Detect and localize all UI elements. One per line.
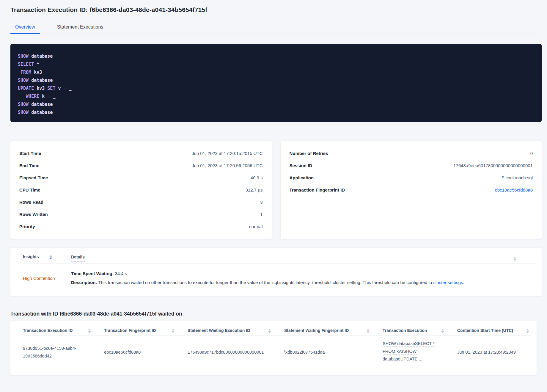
rows-read-label: Rows Read xyxy=(19,200,43,205)
sql-token: SHOW xyxy=(18,102,29,107)
transaction-execution-link[interactable]: FROM kv3SHOW xyxy=(383,348,416,355)
tab-statement-executions[interactable]: Statement Executions xyxy=(52,23,108,34)
application-row: Application $ cockroach sql xyxy=(290,172,533,184)
elapsed-time-value: 40.9 s xyxy=(251,175,263,180)
sql-line: WHERE k = _ xyxy=(18,92,535,101)
column-header-transaction-execution-id[interactable]: Transaction Execution ID xyxy=(23,328,104,335)
sql-line: SHOW database xyxy=(18,109,535,117)
start-time-row: Start Time Jun 01, 2023 at 17:20:15:2015… xyxy=(19,147,263,159)
column-header-transaction-fingerprint-id[interactable]: Transaction Fingerprint ID xyxy=(104,328,188,335)
column-header-statement-waiting-fingerprint-id[interactable]: Statement Waiting Fingerprint ID xyxy=(284,328,383,335)
cluster-settings-link[interactable]: cluster settings xyxy=(433,280,463,285)
priority-row: Priority normal xyxy=(19,220,263,233)
sql-line: SHOW database xyxy=(18,76,535,84)
sql-token: database xyxy=(29,110,53,115)
column-header-transaction-execution[interactable]: Transaction Execution xyxy=(383,328,457,335)
sort-desc-icon xyxy=(441,331,444,333)
column-label[interactable]: Statement Waiting Fingerprint ID xyxy=(284,328,349,335)
transaction-execution-link[interactable]: databaseUPDATE ... xyxy=(383,356,422,362)
column-label[interactable]: Statement Waiting Execution ID xyxy=(188,328,250,335)
column-label[interactable]: Transaction Execution ID xyxy=(23,328,73,335)
sql-token: SHOW xyxy=(18,54,29,59)
session-id-label: Session ID xyxy=(290,163,312,168)
details-column-label[interactable]: Details xyxy=(71,255,85,262)
sort-desc-icon xyxy=(172,331,174,333)
sql-token: FROM xyxy=(21,70,31,75)
description-text: This transaction waited on other transac… xyxy=(97,280,433,285)
sort-asc-icon xyxy=(514,257,516,258)
tab-statement-executions-label: Statement Executions xyxy=(57,24,103,29)
sql-statements-box: SHOW database SELECT * FROM kv3 SHOW dat… xyxy=(10,44,542,122)
cell-statement-waiting-fingerprint-id: \xdb8922f077541dda xyxy=(284,348,383,356)
column-header-statement-waiting-execution-id[interactable]: Statement Waiting Execution ID xyxy=(188,328,284,335)
sort-asc-icon xyxy=(367,329,369,330)
sort-arrows-icon[interactable] xyxy=(367,329,369,335)
waited-on-heading: Transaction with ID f6be6366-da03-48de-a… xyxy=(10,311,542,317)
end-time-label: End Time xyxy=(19,163,39,168)
sort-arrows-icon[interactable] xyxy=(50,255,52,261)
table-row: 9738d051-bc0e-4158-a9b4-1903586ddd42 ebc… xyxy=(23,335,532,369)
sql-token: WHERE xyxy=(26,94,39,99)
sql-token: * xyxy=(34,62,39,67)
sort-arrows-icon[interactable] xyxy=(441,329,444,335)
sort-arrows-icon[interactable] xyxy=(172,329,174,335)
sql-line: SHOW database xyxy=(18,101,535,109)
sort-asc-icon xyxy=(526,329,529,330)
sql-line: SHOW database xyxy=(18,52,535,60)
waited-on-table: Transaction Execution ID Transaction Fin… xyxy=(10,321,537,375)
sort-asc-icon xyxy=(268,329,271,330)
transaction-fingerprint-label: Transaction Fingerprint ID xyxy=(290,187,345,192)
sort-desc-icon xyxy=(514,259,516,261)
sql-token: SHOW xyxy=(18,110,29,115)
sql-token: UPDATE xyxy=(18,86,34,91)
end-time-row: End Time Jun 01, 2023 at 17:20:56:2056 U… xyxy=(19,159,263,172)
end-time-value: Jun 01, 2023 at 17:20:56:2056 UTC xyxy=(192,163,263,168)
sort-desc-icon xyxy=(50,258,52,259)
column-label[interactable]: Transaction Fingerprint ID xyxy=(104,328,156,335)
tab-bar: Overview Statement Executions xyxy=(10,23,542,34)
sort-desc-icon xyxy=(526,331,529,333)
insights-column-label[interactable]: Insights xyxy=(23,254,39,261)
column-header-contention-start-time[interactable]: Contention Start Time (UTC) xyxy=(457,328,532,335)
sort-arrows-icon[interactable] xyxy=(526,329,529,335)
insights-sort-control[interactable] xyxy=(503,254,535,261)
cell-contention-start-time: Jun 01, 2023 at 17:20:49:2049 xyxy=(457,348,532,356)
sort-desc-icon xyxy=(268,331,271,333)
column-label[interactable]: Contention Start Time (UTC) xyxy=(457,328,513,335)
session-details-card: Number of Retries 0 Session ID 17648a9ee… xyxy=(281,141,542,239)
insight-row: High Contention Time Spent Waiting: 34.4… xyxy=(23,264,535,293)
sql-token: v = _ xyxy=(55,86,71,91)
start-time-label: Start Time xyxy=(19,151,41,156)
execution-details-card: Start Time Jun 01, 2023 at 17:20:15:2015… xyxy=(10,141,272,239)
time-spent-waiting-label: Time Spent Waiting: xyxy=(71,271,114,276)
sort-arrows-icon[interactable] xyxy=(268,329,271,335)
insights-table-header: Insights Details xyxy=(23,254,535,262)
sql-line: SELECT * xyxy=(18,60,535,68)
sort-arrows-icon[interactable] xyxy=(88,329,91,335)
sql-token xyxy=(18,94,26,99)
rows-read-value: 3 xyxy=(260,200,263,205)
insights-column-header[interactable]: Insights xyxy=(23,254,71,261)
tab-overview[interactable]: Overview xyxy=(10,23,40,34)
sort-desc-icon xyxy=(88,331,91,333)
transaction-execution-id-value: 9738d051-bc0e-4158-a9b4-1903586ddd42 xyxy=(23,344,79,360)
transaction-fingerprint-row: Transaction Fingerprint ID ebc10ae56cfd8… xyxy=(290,184,533,196)
sort-asc-icon xyxy=(88,329,91,330)
sql-line: FROM kv3 xyxy=(18,68,535,76)
sql-line: UPDATE kv3 SET v = _ xyxy=(18,84,535,92)
insights-card: Insights Details High Contention Time Sp… xyxy=(10,248,542,296)
cpu-time-label: CPU Time xyxy=(19,187,40,192)
sort-asc-icon xyxy=(441,329,444,330)
priority-label: Priority xyxy=(19,224,35,229)
tab-overview-label: Overview xyxy=(15,24,35,29)
sql-token: database xyxy=(29,78,53,83)
sort-arrows-icon[interactable] xyxy=(514,257,516,261)
table-footer-spacer xyxy=(23,369,532,375)
column-label[interactable]: Transaction Execution xyxy=(383,328,427,335)
sql-token: kv3 xyxy=(34,86,47,91)
session-id-value: 17648a9eea6017800000000000000001 xyxy=(453,163,533,168)
transaction-fingerprint-link[interactable]: ebc10ae56cfd88a8 xyxy=(495,187,533,192)
transaction-execution-link[interactable]: SHOW databaseSELECT * xyxy=(383,341,435,347)
details-column-header[interactable]: Details xyxy=(71,254,85,262)
sql-token: SHOW xyxy=(18,78,29,83)
